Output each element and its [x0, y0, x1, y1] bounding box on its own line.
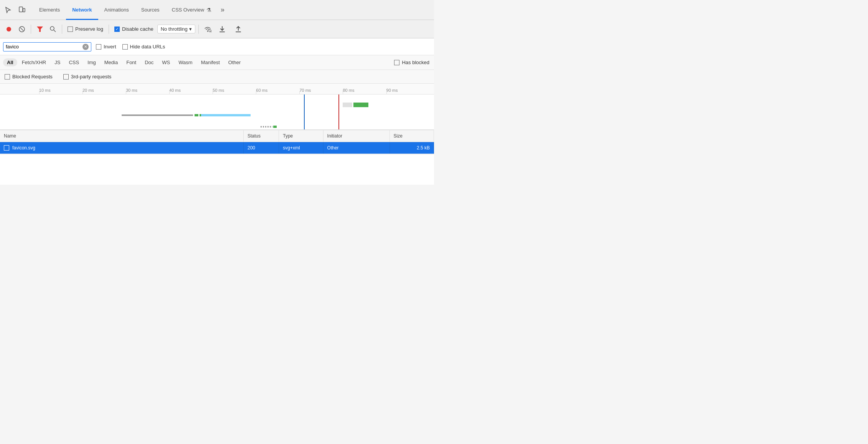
filter-js[interactable]: JS: [51, 58, 64, 66]
tick-60ms: 60 ms: [256, 84, 267, 94]
network-table-container: Name Status Type Initiator Size favicon.…: [0, 130, 434, 154]
import-button[interactable]: [216, 23, 228, 35]
tick-50ms: 50 ms: [213, 84, 224, 94]
clear-search-button[interactable]: ✕: [83, 44, 89, 50]
tab-css-overview[interactable]: CSS Overview ⚗: [166, 0, 218, 20]
filter-doc[interactable]: Doc: [141, 58, 157, 66]
empty-area: [0, 154, 434, 185]
devtools-icons: [3, 5, 27, 15]
device-icon[interactable]: [17, 5, 27, 15]
separator-2: [62, 25, 62, 34]
separator-1: [31, 25, 31, 34]
chevron-down-icon: ▾: [189, 26, 192, 32]
filter-font[interactable]: Font: [122, 58, 140, 66]
initiator-cell: Other: [323, 142, 389, 154]
more-tabs-button[interactable]: »: [218, 6, 228, 14]
preserve-log-label[interactable]: Preserve log: [65, 26, 106, 32]
has-blocked-checkbox[interactable]: [394, 60, 399, 65]
blocked-requests-label[interactable]: Blocked Requests: [3, 74, 54, 80]
tick-20ms: 20 ms: [83, 84, 94, 94]
tick-80ms: 80 ms: [343, 84, 354, 94]
tick-70ms: 70 ms: [299, 84, 311, 94]
tab-elements[interactable]: Elements: [33, 0, 66, 20]
size-cell: 2.5 kB: [389, 142, 434, 154]
filter-row: ✕ Invert Hide data URLs: [0, 38, 434, 55]
tick-40ms: 40 ms: [169, 84, 181, 94]
css-overview-icon: ⚗: [206, 7, 211, 13]
record-button[interactable]: [3, 23, 15, 35]
file-name: favicon.svg: [12, 145, 35, 151]
svg-line-7: [54, 30, 56, 32]
col-header-status[interactable]: Status: [243, 130, 279, 142]
has-blocked-label[interactable]: Has blocked: [393, 60, 431, 65]
type-filter-row: All Fetch/XHR JS CSS Img Media Font Doc …: [0, 55, 434, 70]
tab-animations[interactable]: Animations: [98, 0, 135, 20]
filter-css[interactable]: CSS: [65, 58, 83, 66]
table-row[interactable]: favicon.svg 200svg+xmlOther2.5 kB: [0, 142, 434, 154]
throttle-select[interactable]: No throttling ▾: [157, 25, 195, 33]
table-header-row: Name Status Type Initiator Size: [0, 130, 434, 142]
tab-bar: Elements Network Animations Sources CSS …: [0, 0, 434, 20]
search-input[interactable]: [6, 44, 80, 50]
col-header-name[interactable]: Name: [0, 130, 243, 142]
row-checkbox[interactable]: [4, 145, 9, 151]
network-toolbar: Preserve log ✓ Disable cache No throttli…: [0, 20, 434, 38]
separator-3: [109, 25, 109, 34]
network-table: Name Status Type Initiator Size favicon.…: [0, 130, 434, 154]
import-export-buttons: [216, 23, 244, 35]
type-cell: svg+xml: [279, 142, 323, 154]
svg-line-4: [20, 28, 23, 31]
disable-cache-checkbox[interactable]: ✓: [114, 27, 120, 32]
export-button[interactable]: [233, 23, 244, 35]
filter-button[interactable]: [34, 23, 46, 35]
cursor-icon[interactable]: [3, 5, 13, 15]
tick-30ms: 30 ms: [126, 84, 137, 94]
tick-90ms: 90 ms: [386, 84, 398, 94]
filter-img[interactable]: Img: [84, 58, 100, 66]
blocked-row: Blocked Requests 3rd-party requests: [0, 70, 434, 84]
invert-filter-label[interactable]: Invert: [94, 44, 118, 50]
tab-network[interactable]: Network: [66, 0, 98, 20]
preserve-log-checkbox[interactable]: [68, 27, 73, 32]
hide-data-urls-checkbox[interactable]: [122, 44, 128, 50]
filter-other[interactable]: Other: [224, 58, 245, 66]
blocked-requests-checkbox[interactable]: [5, 74, 10, 80]
filter-wasm[interactable]: Wasm: [175, 58, 196, 66]
col-header-initiator[interactable]: Initiator: [323, 130, 389, 142]
third-party-checkbox[interactable]: [63, 74, 69, 80]
filter-all[interactable]: All: [3, 58, 17, 66]
timeline-area: 10 ms 20 ms 30 ms 40 ms 50 ms 60 ms 70 m…: [0, 84, 434, 130]
svg-line-9: [211, 31, 211, 32]
clear-button[interactable]: [16, 23, 28, 35]
search-box: ✕: [3, 42, 91, 51]
separator-4: [198, 25, 199, 34]
dom-content-loaded-line: [304, 94, 305, 130]
invert-checkbox[interactable]: [96, 44, 101, 50]
timeline-ruler: 10 ms 20 ms 30 ms 40 ms 50 ms 60 ms 70 m…: [0, 84, 434, 94]
col-header-type[interactable]: Type: [279, 130, 323, 142]
filter-ws[interactable]: WS: [158, 58, 174, 66]
svg-point-2: [7, 27, 11, 31]
svg-point-6: [50, 27, 54, 30]
filter-media[interactable]: Media: [101, 58, 122, 66]
wifi-settings-button[interactable]: [202, 23, 213, 35]
disable-cache-label[interactable]: ✓ Disable cache: [112, 26, 156, 32]
svg-marker-5: [37, 27, 43, 32]
svg-rect-0: [19, 7, 23, 12]
timeline-graph: [0, 94, 434, 130]
col-header-size[interactable]: Size: [389, 130, 434, 142]
filter-manifest[interactable]: Manifest: [197, 58, 224, 66]
filter-fetch-xhr[interactable]: Fetch/XHR: [18, 58, 50, 66]
tab-sources[interactable]: Sources: [135, 0, 166, 20]
load-line: [338, 94, 339, 130]
status-cell: 200: [243, 142, 279, 154]
hide-data-urls-label[interactable]: Hide data URLs: [121, 44, 167, 50]
search-button[interactable]: [47, 23, 59, 35]
third-party-label[interactable]: 3rd-party requests: [62, 74, 113, 80]
tick-10ms: 10 ms: [39, 84, 51, 94]
svg-rect-1: [23, 8, 25, 12]
